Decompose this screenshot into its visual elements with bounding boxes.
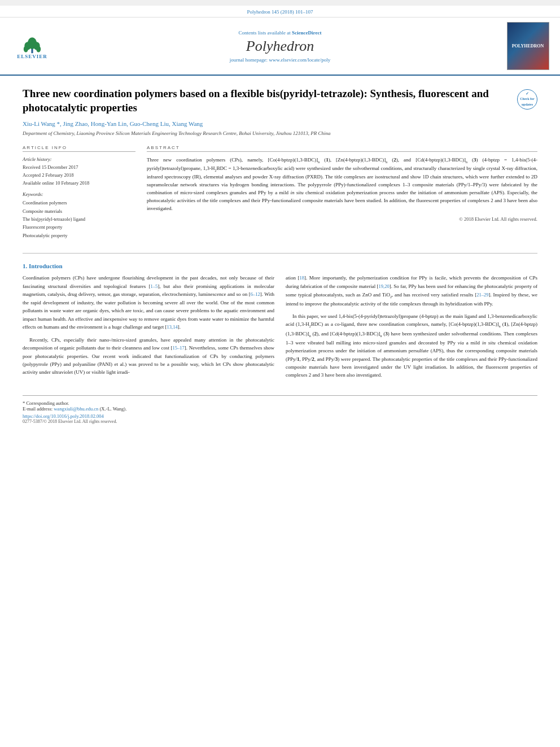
received-date: Received 15 December 2017 Accepted 2 Feb… xyxy=(23,164,135,187)
authors-text: Xiu-Li Wang *, Jing Zhao, Hong-Yan Lin, … xyxy=(23,120,203,127)
intro-col-right: ation [18]. More importantly, the polyme… xyxy=(286,274,537,383)
article-info-column: ARTICLE INFO Article history: Received 1… xyxy=(23,145,135,244)
contents-text: Contents lists available at xyxy=(239,30,292,36)
intro-col-left: Coordination polymers (CPs) have undergo… xyxy=(23,274,274,383)
article-title: Three new coordination polymers based on… xyxy=(23,87,511,115)
intro-para-4: In this paper, we used 1,4-bis(5-(4-pyri… xyxy=(286,312,537,379)
article-history: Article history: Received 15 December 20… xyxy=(23,156,135,187)
keyword-2: Composite materials xyxy=(23,207,135,215)
keywords-list: Coordination polymers Composite material… xyxy=(23,199,135,239)
keywords-label: Keywords: xyxy=(23,191,135,197)
keyword-5: Photocatalytic property xyxy=(23,231,135,239)
email-address[interactable]: wangxiuli@bhu.edu.cn xyxy=(54,406,98,412)
check-badge-text: ✓Check for updates xyxy=(518,91,537,107)
journal-cover-image: POLYHEDRON xyxy=(507,22,549,70)
introduction-header: 1. Introduction xyxy=(23,263,537,269)
footer: * Corresponding author. E-mail address: … xyxy=(23,395,537,429)
journal-homepage[interactable]: journal homepage: www.elsevier.com/locat… xyxy=(230,57,330,63)
copyright-line: © 2018 Elsevier Ltd. All rights reserved… xyxy=(147,216,537,222)
corresponding-author-note: * Corresponding author. xyxy=(23,400,537,406)
section-divider xyxy=(23,253,537,254)
history-label: Article history: xyxy=(23,156,135,162)
elsevier-logo-area: ELSEVIER xyxy=(7,22,58,70)
ref-13-14[interactable]: 13,14 xyxy=(167,324,178,330)
authors-line: Xiu-Li Wang *, Jing Zhao, Hong-Yan Lin, … xyxy=(23,120,537,127)
abstract-column: ABSTRACT Three new coordination polymers… xyxy=(147,145,537,244)
journal-info-center: Contents lists available at ScienceDirec… xyxy=(63,22,497,70)
keywords-section: Keywords: Coordination polymers Composit… xyxy=(23,191,135,239)
section-title: Introduction xyxy=(29,263,63,269)
article-title-row: Three new coordination polymers based on… xyxy=(23,87,537,115)
keyword-1: Coordination polymers xyxy=(23,199,135,207)
svg-point-4 xyxy=(24,46,28,52)
abstract-label: ABSTRACT xyxy=(147,145,537,152)
elsevier-logo: ELSEVIER xyxy=(10,30,55,62)
sciencedirect-name: ScienceDirect xyxy=(292,30,321,36)
page: Polyhedron 145 (2018) 101–107 ELSEVIER C… xyxy=(0,6,560,747)
check-for-updates-badge: ✓Check for updates xyxy=(517,89,537,110)
sciencedirect-link[interactable]: Contents lists available at ScienceDirec… xyxy=(239,30,322,36)
doi-link[interactable]: https://doi.org/10.1016/j.poly.2018.02.0… xyxy=(23,413,537,419)
main-content: Three new coordination polymers based on… xyxy=(0,76,560,395)
keyword-3: The bis(pyridyl-tetrazole) ligand xyxy=(23,215,135,223)
affiliation-line: Department of Chemistry, Liaoning Provin… xyxy=(23,130,537,136)
elsevier-wordmark: ELSEVIER xyxy=(17,54,47,59)
section-number: 1. xyxy=(23,263,27,269)
article-info-label: ARTICLE INFO xyxy=(23,145,135,152)
ref-21-29[interactable]: 21–29 xyxy=(476,292,488,298)
issn-line: 0277-5387/© 2018 Elsevier Ltd. All right… xyxy=(23,419,537,424)
email-note: E-mail address: wangxiuli@bhu.edu.cn (X.… xyxy=(23,406,537,412)
keyword-4: Fluorescent property xyxy=(23,223,135,231)
journal-header: ELSEVIER Contents lists available at Sci… xyxy=(0,18,560,76)
journal-citation: Polyhedron 145 (2018) 101–107 xyxy=(247,9,313,15)
ref-15-17[interactable]: 15–17 xyxy=(173,345,185,351)
svg-point-5 xyxy=(36,46,41,52)
article-info-abstract-section: ARTICLE INFO Article history: Received 1… xyxy=(23,145,537,244)
abstract-text: Three new coordination polymers (CPs), n… xyxy=(147,156,537,212)
ref-19-20[interactable]: 19,20 xyxy=(379,283,390,289)
ref-18[interactable]: 18 xyxy=(300,275,305,281)
ref-1-5[interactable]: 1–5 xyxy=(150,283,158,289)
journal-citation-bar: Polyhedron 145 (2018) 101–107 xyxy=(0,6,560,18)
journal-name: Polyhedron xyxy=(246,38,314,55)
intro-para-2: Recently, CPs, especially their nano-/mi… xyxy=(23,336,274,377)
intro-para-3: ation [18]. More importantly, the polyme… xyxy=(286,274,537,308)
elsevier-tree-icon xyxy=(18,33,46,54)
journal-cover-area: POLYHEDRON xyxy=(502,22,553,70)
introduction-body: Coordination polymers (CPs) have undergo… xyxy=(23,274,537,383)
intro-para-1: Coordination polymers (CPs) have undergo… xyxy=(23,274,274,331)
ref-6-12[interactable]: 6–12 xyxy=(251,291,260,297)
